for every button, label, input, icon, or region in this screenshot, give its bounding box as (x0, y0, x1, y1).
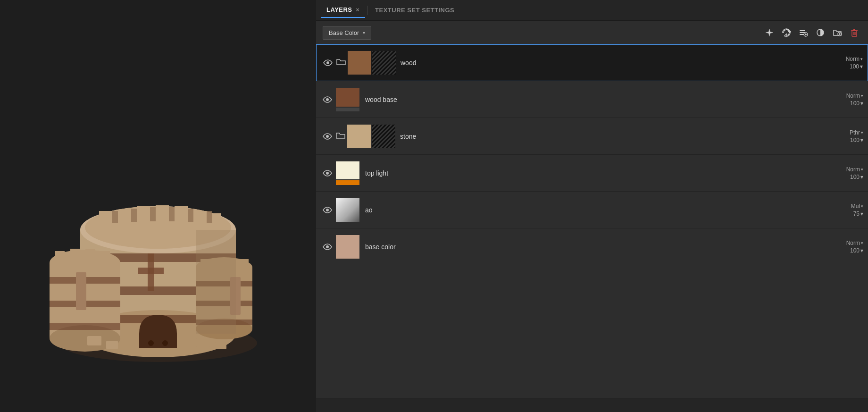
svg-rect-34 (100, 251, 110, 264)
svg-rect-19 (112, 211, 118, 223)
castle-render (0, 0, 316, 412)
svg-rect-9 (138, 268, 164, 274)
layer-stone-folder (336, 132, 345, 141)
svg-rect-47 (76, 272, 86, 310)
right-panel: LAYERS × TEXTURE SET SETTINGS Base Color… (316, 0, 868, 412)
svg-rect-13 (118, 211, 131, 227)
folder-icon (336, 58, 346, 66)
add-mask-button[interactable] (813, 25, 827, 40)
folder-icon (336, 132, 345, 139)
layer-ao-name: ao (361, 206, 835, 214)
layer-ao[interactable]: ao Mul ▾ 75 ▾ (316, 192, 868, 228)
trash-icon (850, 28, 859, 37)
layer-stone-visibility[interactable] (321, 130, 334, 143)
layer-stone-name: stone (396, 133, 835, 140)
layer-toplight-opacity[interactable]: 100 ▾ (850, 174, 863, 180)
layer-woodbase-bar (336, 108, 359, 111)
layer-wood-base[interactable]: wood base Norm ▾ 100 ▾ (316, 81, 868, 118)
svg-rect-51 (106, 341, 118, 349)
svg-point-70 (326, 209, 329, 211)
3d-viewport (0, 0, 316, 412)
layer-wood-folder (336, 58, 346, 67)
svg-rect-22 (169, 207, 175, 221)
layer-wood[interactable]: wood Norm ▾ 100 ▾ (316, 44, 868, 81)
svg-rect-53 (215, 342, 226, 349)
eye-icon (323, 96, 332, 103)
layer-stone[interactable]: stone Pthr ▾ 100 ▾ (316, 118, 868, 155)
layer-basecolor[interactable]: base color Norm ▾ 100 ▾ (316, 228, 868, 265)
svg-rect-50 (87, 336, 101, 345)
tab-separator (367, 6, 367, 15)
layer-woodbase-opacity[interactable]: 100 ▾ (850, 100, 863, 107)
svg-rect-14 (137, 206, 150, 225)
layer-basecolor-opacity[interactable]: 100 ▾ (850, 247, 863, 254)
svg-rect-41 (240, 259, 249, 270)
layer-toplight-thumb (336, 161, 359, 185)
tab-layers[interactable]: LAYERS × (321, 2, 365, 18)
eye-icon (323, 244, 332, 250)
add-effect-button[interactable] (796, 25, 810, 40)
layer-stone-mask-thumb (372, 125, 395, 148)
tab-layers-close[interactable]: × (356, 7, 360, 13)
layer-wood-thumbs (348, 51, 397, 75)
layer-basecolor-color-thumb (336, 235, 359, 259)
add-paint-layer-button[interactable] (779, 25, 793, 40)
layer-toplight-blend[interactable]: Norm ▾ (846, 166, 863, 173)
svg-point-69 (326, 172, 329, 175)
svg-rect-15 (156, 205, 169, 225)
svg-point-71 (326, 245, 329, 248)
layer-toplight[interactable]: top light Norm ▾ 100 ▾ (316, 155, 868, 192)
eye-icon (323, 170, 332, 177)
layer-stone-opacity[interactable]: 100 ▾ (850, 137, 863, 143)
tab-texture-set[interactable]: TEXTURE SET SETTINGS (369, 3, 460, 17)
layer-ao-color-thumb (336, 198, 359, 222)
layer-woodbase-thumb (336, 88, 359, 111)
layer-ao-opacity[interactable]: 75 ▾ (853, 210, 863, 217)
svg-rect-31 (55, 251, 65, 264)
layer-stone-color-thumb (347, 125, 371, 148)
toolbar: Base Color ▾ (316, 21, 868, 44)
layer-toplight-name: top light (361, 169, 835, 177)
sparkle-icon (765, 28, 774, 37)
svg-rect-23 (188, 209, 193, 222)
svg-rect-49 (196, 230, 236, 334)
toolbar-right (762, 25, 861, 40)
layer-basecolor-thumb (336, 235, 359, 259)
layer-wood-mask-thumb (372, 51, 396, 75)
layer-wood-opacity[interactable]: 100 ▾ (850, 63, 863, 70)
layer-toplight-visibility[interactable] (321, 167, 334, 180)
layer-stone-right: Pthr ▾ 100 ▾ (835, 129, 863, 143)
layer-basecolor-blend[interactable]: Norm ▾ (846, 240, 863, 246)
tab-bar: LAYERS × TEXTURE SET SETTINGS (316, 0, 868, 21)
channel-dropdown-arrow: ▾ (363, 30, 365, 35)
layer-wood-visibility[interactable] (321, 56, 334, 69)
layer-stone-blend[interactable]: Pthr ▾ (850, 129, 863, 136)
layer-woodbase-visibility[interactable] (321, 93, 334, 106)
mask-icon (816, 28, 825, 37)
layer-basecolor-right: Norm ▾ 100 ▾ (835, 240, 863, 254)
layer-stone-thumbs (347, 125, 396, 148)
svg-rect-32 (70, 249, 80, 264)
svg-rect-20 (131, 209, 137, 222)
delete-layer-button[interactable] (847, 25, 861, 40)
folder-plus-icon (833, 28, 842, 37)
layer-woodbase-color-thumb (336, 88, 359, 107)
svg-rect-52 (196, 338, 210, 347)
layer-toplight-bar (336, 180, 359, 185)
new-folder-button[interactable] (830, 25, 844, 40)
layer-basecolor-visibility[interactable] (321, 240, 334, 253)
layer-ao-visibility[interactable] (321, 203, 334, 217)
svg-point-66 (326, 61, 329, 64)
eye-icon (323, 133, 332, 140)
toolbar-left: Base Color ▾ (323, 26, 371, 40)
channel-dropdown[interactable]: Base Color ▾ (323, 26, 371, 40)
layer-wood-name: wood (397, 59, 835, 67)
layer-ao-blend[interactable]: Mul ▾ (851, 203, 863, 210)
layer-woodbase-blend[interactable]: Norm ▾ (846, 92, 863, 99)
svg-rect-16 (175, 206, 188, 225)
layer-wood-blend[interactable]: Norm ▾ (846, 56, 863, 62)
add-fill-layer-button[interactable] (762, 25, 776, 40)
layers-plus-icon (799, 28, 808, 37)
svg-rect-12 (99, 211, 112, 227)
svg-rect-54 (800, 30, 805, 31)
